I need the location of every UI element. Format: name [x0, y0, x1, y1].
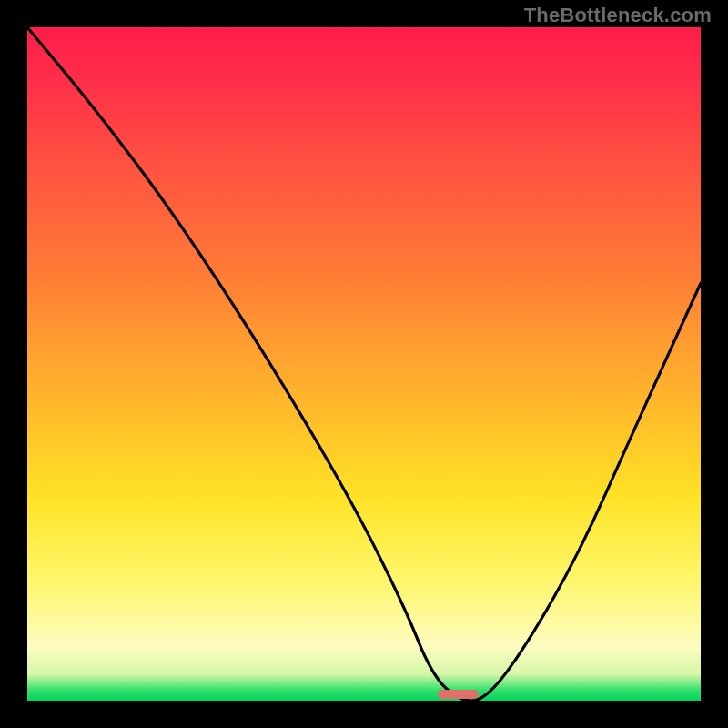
chart-frame: TheBottleneck.com — [0, 0, 728, 728]
curve-path — [27, 27, 701, 701]
plot-area — [27, 27, 701, 701]
optimal-marker — [438, 690, 478, 699]
watermark-text: TheBottleneck.com — [524, 4, 712, 27]
bottleneck-curve — [27, 27, 701, 701]
